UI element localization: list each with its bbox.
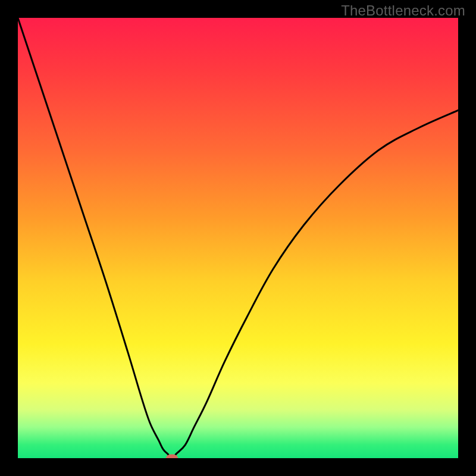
bottleneck-curve bbox=[18, 18, 458, 458]
optimal-point-dot bbox=[166, 455, 178, 459]
curve-layer bbox=[18, 18, 458, 458]
chart-frame: TheBottleneck.com bbox=[0, 0, 476, 476]
watermark-text: TheBottleneck.com bbox=[341, 2, 465, 19]
plot-area bbox=[18, 18, 458, 458]
